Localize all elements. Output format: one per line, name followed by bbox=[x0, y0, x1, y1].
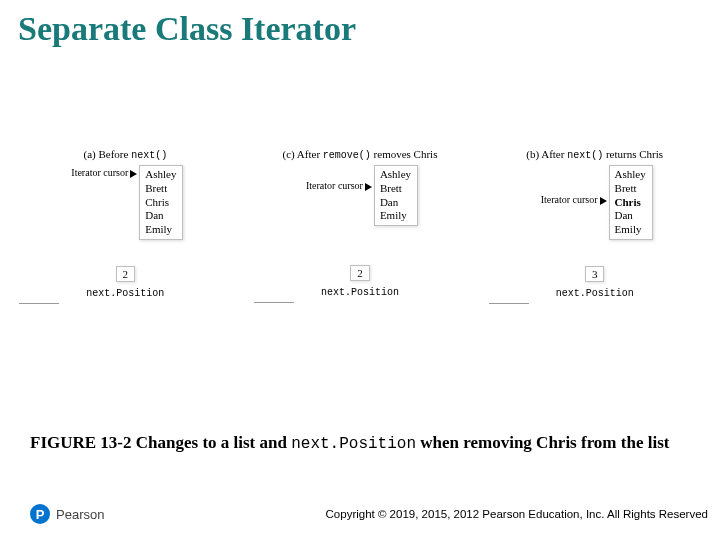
divider bbox=[254, 302, 294, 303]
list-item: Chris bbox=[145, 196, 176, 210]
caption-figure-label: FIGURE 13-2 bbox=[30, 433, 132, 452]
list-item: Dan bbox=[145, 209, 176, 223]
list-item: Brett bbox=[615, 182, 646, 196]
brand-logo-icon: P bbox=[30, 504, 50, 524]
list-item: Ashley bbox=[380, 168, 411, 182]
panel-c-label-suffix: removes Chris bbox=[371, 148, 438, 160]
panel-c-listbox: Ashley Brett Dan Emily bbox=[374, 165, 418, 226]
panel-c-position-box: 2 bbox=[350, 265, 370, 281]
panel-a-cursor-col: Iterator cursor bbox=[67, 167, 137, 178]
panel-a-position-label: next.Position bbox=[86, 288, 164, 299]
list-item: Emily bbox=[615, 223, 646, 237]
panel-c-label-code: remove() bbox=[323, 150, 371, 161]
panel-b-listbox: Ashley Brett Chris Dan Emily bbox=[609, 165, 653, 240]
panel-b-position-box: 3 bbox=[585, 266, 605, 282]
panel-b-label: (b) After next() returns Chris bbox=[526, 148, 663, 161]
panel-c-label-prefix: (c) After bbox=[283, 148, 323, 160]
list-item: Brett bbox=[145, 182, 176, 196]
panel-a: (a) Before next() Iterator cursor Ashley… bbox=[15, 148, 235, 304]
list-item: Dan bbox=[615, 209, 646, 223]
panel-a-listwrap: Iterator cursor Ashley Brett Chris Dan E… bbox=[15, 165, 235, 240]
panel-c-position-label: next.Position bbox=[321, 287, 399, 298]
panel-a-cursor-text: Iterator cursor bbox=[71, 167, 128, 178]
panel-b-position-label: next.Position bbox=[556, 288, 634, 299]
figure-row: (a) Before next() Iterator cursor Ashley… bbox=[0, 148, 720, 304]
arrow-icon bbox=[600, 197, 607, 205]
arrow-icon bbox=[365, 183, 372, 191]
panel-a-cursor-label: Iterator cursor bbox=[71, 167, 137, 178]
panel-b-label-suffix: returns Chris bbox=[603, 148, 663, 160]
panel-a-label: (a) Before next() bbox=[84, 148, 168, 161]
panel-a-listbox: Ashley Brett Chris Dan Emily bbox=[139, 165, 183, 240]
figure-caption: FIGURE 13-2 Changes to a list and next.P… bbox=[30, 432, 690, 455]
brand-name: Pearson bbox=[56, 507, 104, 522]
panel-c: (c) After remove() removes Chris Iterato… bbox=[250, 148, 470, 304]
panel-a-position-box: 2 bbox=[116, 266, 136, 282]
caption-after: when removing Chris from the list bbox=[416, 433, 669, 452]
caption-before: Changes to a list and bbox=[132, 433, 292, 452]
divider bbox=[19, 303, 59, 304]
caption-code: next.Position bbox=[291, 435, 416, 453]
copyright-text: Copyright © 2019, 2015, 2012 Pearson Edu… bbox=[326, 508, 708, 520]
panel-b-label-code: next() bbox=[567, 150, 603, 161]
list-item: Emily bbox=[380, 209, 411, 223]
footer: P Pearson Copyright © 2019, 2015, 2012 P… bbox=[0, 504, 720, 524]
panel-a-label-code: next() bbox=[131, 150, 167, 161]
panel-c-cursor-label: Iterator cursor bbox=[306, 180, 372, 191]
panel-b-cursor-col: Iterator cursor bbox=[537, 194, 607, 205]
list-item: Dan bbox=[380, 196, 411, 210]
panel-b-listwrap: Iterator cursor Ashley Brett Chris Dan E… bbox=[485, 165, 705, 240]
list-item: Ashley bbox=[615, 168, 646, 182]
panel-b-label-prefix: (b) After bbox=[526, 148, 567, 160]
brand: P Pearson bbox=[30, 504, 104, 524]
arrow-icon bbox=[130, 170, 137, 178]
panel-a-label-prefix: (a) Before bbox=[84, 148, 132, 160]
divider bbox=[489, 303, 529, 304]
list-item: Ashley bbox=[145, 168, 176, 182]
list-item: Brett bbox=[380, 182, 411, 196]
panel-b-cursor-label: Iterator cursor bbox=[541, 194, 607, 205]
panel-b-cursor-text: Iterator cursor bbox=[541, 194, 598, 205]
panel-c-label: (c) After remove() removes Chris bbox=[283, 148, 438, 161]
list-item: Emily bbox=[145, 223, 176, 237]
panel-c-listwrap: Iterator cursor Ashley Brett Dan Emily bbox=[250, 165, 470, 226]
panel-b: (b) After next() returns Chris Iterator … bbox=[485, 148, 705, 304]
page-title: Separate Class Iterator bbox=[0, 0, 720, 48]
panel-c-cursor-text: Iterator cursor bbox=[306, 180, 363, 191]
list-item: Chris bbox=[615, 196, 646, 210]
panel-c-cursor-col: Iterator cursor bbox=[302, 180, 372, 191]
